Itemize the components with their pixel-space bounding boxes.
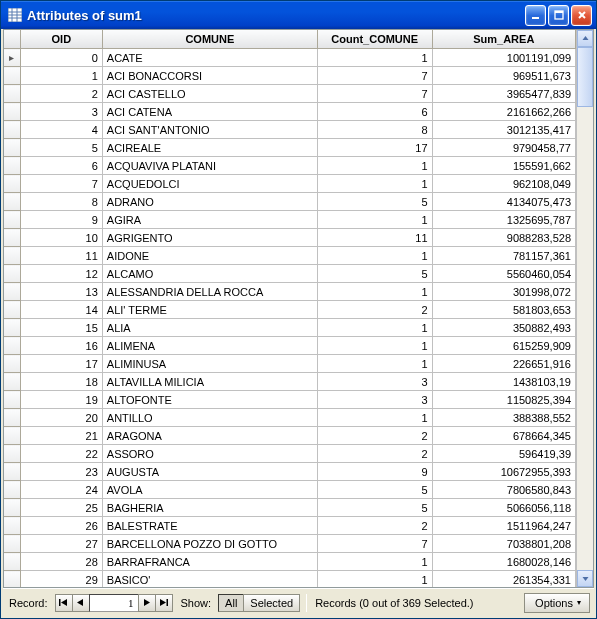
show-selected-button[interactable]: Selected — [243, 594, 300, 612]
cell-sum[interactable]: 2161662,266 — [432, 103, 575, 121]
table-row[interactable]: 2ACI CASTELLO73965477,839 — [4, 85, 576, 103]
cell-count[interactable]: 1 — [317, 319, 432, 337]
cell-oid[interactable]: 7 — [20, 175, 102, 193]
cell-oid[interactable]: 4 — [20, 121, 102, 139]
cell-oid[interactable]: 6 — [20, 157, 102, 175]
table-row[interactable]: 27BARCELLONA POZZO DI GOTTO77038801,208 — [4, 535, 576, 553]
table-row[interactable]: 22ASSORO2596419,39 — [4, 445, 576, 463]
table-row[interactable]: 6ACQUAVIVA PLATANI1155591,662 — [4, 157, 576, 175]
cell-sum[interactable]: 388388,552 — [432, 409, 575, 427]
cell-comune[interactable]: ALIMINUSA — [102, 355, 317, 373]
scroll-down-button[interactable] — [577, 570, 593, 587]
cell-oid[interactable]: 26 — [20, 517, 102, 535]
cell-count[interactable]: 1 — [317, 175, 432, 193]
cell-oid[interactable]: 12 — [20, 265, 102, 283]
cell-oid[interactable]: 11 — [20, 247, 102, 265]
cell-sum[interactable]: 1001191,099 — [432, 49, 575, 67]
cell-comune[interactable]: ACI BONACCORSI — [102, 67, 317, 85]
cell-oid[interactable]: 16 — [20, 337, 102, 355]
cell-sum[interactable]: 615259,909 — [432, 337, 575, 355]
table-row[interactable]: 14ALI' TERME2581803,653 — [4, 301, 576, 319]
row-selector[interactable] — [4, 535, 20, 553]
column-header-sum[interactable]: Sum_AREA — [432, 30, 575, 49]
table-row[interactable]: 3ACI CATENA62161662,266 — [4, 103, 576, 121]
cell-oid[interactable]: 28 — [20, 553, 102, 571]
cell-count[interactable]: 5 — [317, 193, 432, 211]
row-selector[interactable] — [4, 211, 20, 229]
cell-oid[interactable]: 17 — [20, 355, 102, 373]
cell-comune[interactable]: AGRIGENTO — [102, 229, 317, 247]
cell-oid[interactable]: 10 — [20, 229, 102, 247]
cell-oid[interactable]: 25 — [20, 499, 102, 517]
cell-sum[interactable]: 581803,653 — [432, 301, 575, 319]
cell-sum[interactable]: 226651,916 — [432, 355, 575, 373]
table-row[interactable]: 5ACIREALE179790458,77 — [4, 139, 576, 157]
cell-comune[interactable]: ALTAVILLA MILICIA — [102, 373, 317, 391]
cell-oid[interactable]: 27 — [20, 535, 102, 553]
row-selector[interactable] — [4, 301, 20, 319]
row-selector[interactable] — [4, 553, 20, 571]
cell-oid[interactable]: 22 — [20, 445, 102, 463]
next-record-button[interactable] — [138, 594, 156, 612]
row-selector[interactable] — [4, 427, 20, 445]
cell-oid[interactable]: 2 — [20, 85, 102, 103]
cell-count[interactable]: 7 — [317, 535, 432, 553]
cell-comune[interactable]: AGIRA — [102, 211, 317, 229]
cell-sum[interactable]: 678664,345 — [432, 427, 575, 445]
cell-oid[interactable]: 18 — [20, 373, 102, 391]
cell-oid[interactable]: 14 — [20, 301, 102, 319]
cell-oid[interactable]: 19 — [20, 391, 102, 409]
cell-count[interactable]: 1 — [317, 553, 432, 571]
cell-comune[interactable]: AUGUSTA — [102, 463, 317, 481]
row-selector[interactable] — [4, 67, 20, 85]
row-selector[interactable] — [4, 283, 20, 301]
cell-comune[interactable]: ADRANO — [102, 193, 317, 211]
close-button[interactable] — [571, 5, 592, 26]
cell-sum[interactable]: 155591,662 — [432, 157, 575, 175]
row-selector[interactable] — [4, 103, 20, 121]
table-row[interactable]: 20ANTILLO1388388,552 — [4, 409, 576, 427]
row-selector[interactable] — [4, 499, 20, 517]
cell-oid[interactable]: 0 — [20, 49, 102, 67]
cell-oid[interactable]: 3 — [20, 103, 102, 121]
row-selector[interactable] — [4, 229, 20, 247]
cell-oid[interactable]: 24 — [20, 481, 102, 499]
cell-count[interactable]: 7 — [317, 67, 432, 85]
cell-count[interactable]: 11 — [317, 229, 432, 247]
show-all-button[interactable]: All — [218, 594, 244, 612]
row-selector[interactable] — [4, 337, 20, 355]
cell-sum[interactable]: 10672955,393 — [432, 463, 575, 481]
cell-comune[interactable]: ACI CASTELLO — [102, 85, 317, 103]
table-row[interactable]: ▸0ACATE11001191,099 — [4, 49, 576, 67]
column-header-oid[interactable]: OID — [20, 30, 102, 49]
cell-count[interactable]: 2 — [317, 301, 432, 319]
options-button[interactable]: Options ▾ — [524, 593, 590, 613]
row-selector[interactable]: ▸ — [4, 49, 20, 67]
table-row[interactable]: 28BARRAFRANCA11680028,146 — [4, 553, 576, 571]
cell-count[interactable]: 17 — [317, 139, 432, 157]
last-record-button[interactable] — [155, 594, 173, 612]
table-row[interactable]: 25BAGHERIA55066056,118 — [4, 499, 576, 517]
table-row[interactable]: 26BALESTRATE21511964,247 — [4, 517, 576, 535]
maximize-button[interactable] — [548, 5, 569, 26]
table-row[interactable]: 7ACQUEDOLCI1962108,049 — [4, 175, 576, 193]
column-header-comune[interactable]: COMUNE — [102, 30, 317, 49]
cell-count[interactable]: 3 — [317, 391, 432, 409]
minimize-button[interactable] — [525, 5, 546, 26]
row-selector-header[interactable] — [4, 30, 20, 49]
cell-count[interactable]: 1 — [317, 157, 432, 175]
table-row[interactable]: 12ALCAMO55560460,054 — [4, 265, 576, 283]
cell-comune[interactable]: ACI SANT'ANTONIO — [102, 121, 317, 139]
row-selector[interactable] — [4, 409, 20, 427]
table-row[interactable]: 15ALIA1350882,493 — [4, 319, 576, 337]
cell-comune[interactable]: ANTILLO — [102, 409, 317, 427]
table-row[interactable]: 13ALESSANDRIA DELLA ROCCA1301998,072 — [4, 283, 576, 301]
table-row[interactable]: 19ALTOFONTE31150825,394 — [4, 391, 576, 409]
cell-comune[interactable]: ARAGONA — [102, 427, 317, 445]
table-row[interactable]: 24AVOLA57806580,843 — [4, 481, 576, 499]
cell-sum[interactable]: 7038801,208 — [432, 535, 575, 553]
cell-oid[interactable]: 23 — [20, 463, 102, 481]
table-row[interactable]: 17ALIMINUSA1226651,916 — [4, 355, 576, 373]
cell-sum[interactable]: 261354,331 — [432, 571, 575, 588]
scroll-thumb[interactable] — [577, 47, 593, 107]
